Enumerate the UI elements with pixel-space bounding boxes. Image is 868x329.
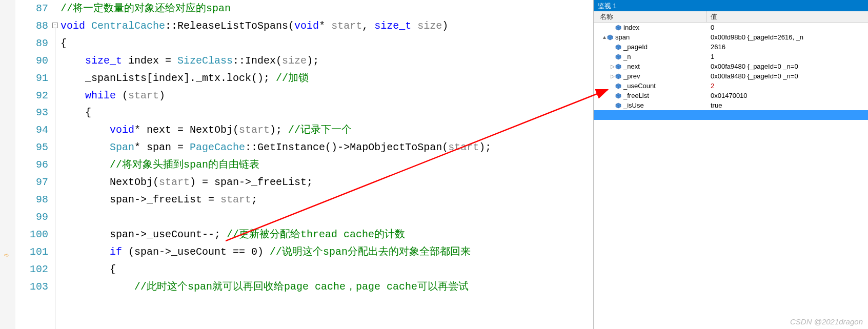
code-line[interactable]: Span* span = PageCache::GetInstance()->M… (60, 139, 593, 156)
code-token: //说明这个span分配出去的对象全部都回来 (270, 246, 471, 258)
watch-row[interactable]: _freeList0x01470010 (594, 91, 868, 100)
watch-var-name: _useCount (623, 82, 656, 90)
line-number: 87 (15, 0, 48, 17)
code-line[interactable]: //此时这个span就可以再回收给page cache，page cache可以… (60, 278, 593, 296)
code-token: SizeClass (177, 55, 233, 67)
watch-value-cell: 0x00fa9480 {_pageId=0 _n=0 (706, 72, 868, 80)
code-token (85, 20, 91, 32)
watch-var-name: _isUse (623, 101, 644, 109)
watch-value-cell: 0 (706, 24, 868, 31)
watch-name-cell[interactable]: ▷_prev (594, 71, 706, 81)
line-number: 103 (15, 278, 48, 296)
watch-window[interactable]: 监视 1 名称 值 index0▲span0x00fd98b0 {_pageId… (593, 0, 868, 329)
line-number: 96 (15, 156, 48, 174)
code-line[interactable]: { (60, 261, 593, 278)
watch-row[interactable]: ▷_next0x00fa9480 {_pageId=0 _n=0 (594, 61, 868, 71)
watch-name-cell[interactable]: _freeList (594, 91, 706, 100)
variable-icon (615, 25, 621, 31)
watch-name-cell[interactable]: _isUse (594, 100, 706, 110)
code-token: index = (122, 55, 177, 67)
watch-row[interactable]: index0 (594, 23, 868, 32)
watch-var-name: _next (623, 63, 640, 70)
watch-value-cell: true (706, 101, 868, 109)
code-line[interactable]: span->_useCount--; //更新被分配给thread cache的… (60, 226, 593, 243)
fold-toggle-icon[interactable]: - (52, 23, 58, 28)
watch-name-cell[interactable]: ▷_next (594, 61, 706, 71)
code-token: start (331, 20, 362, 32)
watch-name-cell[interactable]: _pageId (594, 42, 706, 52)
code-token: start (159, 176, 190, 188)
code-line[interactable]: NextObj(start) = span->_freeList; (60, 174, 593, 191)
expander-icon[interactable]: ▲ (602, 34, 607, 40)
code-line[interactable]: span->_freeList = start; (60, 191, 593, 209)
line-number: 101 (15, 243, 48, 261)
code-token: start (128, 90, 159, 101)
code-line[interactable]: _spanLists[index]._mtx.lock(); //加锁 (60, 70, 593, 87)
watch-name-cell[interactable]: ▲span (594, 32, 706, 42)
line-number: 89 (15, 35, 48, 52)
code-line[interactable]: { (60, 104, 593, 121)
line-number: 102 (15, 261, 48, 278)
watch-row[interactable]: _n1 (594, 52, 868, 61)
code-token: void (60, 20, 85, 32)
expander-icon[interactable]: ▷ (610, 73, 615, 79)
code-token (411, 20, 417, 32)
variable-icon (615, 102, 621, 109)
code-token: //加锁 (276, 72, 309, 84)
watch-var-name: index (623, 24, 639, 31)
code-token: void (294, 20, 319, 32)
variable-icon (615, 64, 621, 70)
watch-value-cell: 0x00fd98b0 {_pageId=2616, _n (706, 33, 868, 41)
line-number: 93 (15, 104, 48, 121)
code-token: void (110, 124, 134, 136)
watch-title: 监视 1 (594, 0, 868, 11)
code-token: * next = NextObj( (134, 124, 239, 136)
code-line[interactable]: void CentralCache::ReleaseListToSpans(vo… (60, 17, 593, 35)
watch-var-name: _prev (623, 72, 640, 80)
watch-row[interactable]: _useCount2 (594, 81, 868, 91)
code-line[interactable]: //将一定数量的对象还给对应的span (60, 0, 593, 17)
watch-row[interactable]: ▲span0x00fd98b0 {_pageId=2616, _n (594, 32, 868, 42)
watch-name-cell[interactable]: _useCount (594, 81, 706, 91)
variable-icon (615, 73, 621, 79)
watch-row-blank-selected[interactable] (594, 110, 868, 120)
watch-value-cell: 2616 (706, 43, 868, 51)
code-line[interactable]: //将对象头插到span的自由链表 (60, 156, 593, 174)
line-numbers: 87888990919293949596979899100101102103 (15, 0, 52, 329)
code-token: //将一定数量的对象还给对应的span (60, 3, 231, 14)
variable-icon (607, 34, 613, 40)
code-line[interactable]: while (start) (60, 87, 593, 105)
watch-row[interactable]: _isUsetrue (594, 100, 868, 110)
breakpoint-gutter[interactable]: ➪ (0, 0, 15, 329)
watch-row[interactable]: _pageId2616 (594, 42, 868, 52)
watch-header-name[interactable]: 名称 (594, 11, 706, 22)
watch-header-value[interactable]: 值 (706, 12, 868, 22)
code-line[interactable]: void* next = NextObj(start); //记录下一个 (60, 121, 593, 139)
code-token: //将对象头插到span的自由链表 (110, 159, 259, 171)
code-token: ) = span->_freeList; (190, 176, 313, 188)
code-line[interactable]: { (60, 35, 593, 52)
code-line[interactable]: size_t index = SizeClass::Index(size); (60, 52, 593, 70)
line-number: 90 (15, 52, 48, 70)
code-editor[interactable]: ➪ 87888990919293949596979899100101102103… (0, 0, 593, 329)
line-number: 92 (15, 87, 48, 105)
watch-name-cell[interactable]: _n (594, 52, 706, 61)
code-token: ); (479, 141, 491, 153)
code-line[interactable] (60, 209, 593, 226)
code-line[interactable]: if (span->_useCount == 0) //说明这个span分配出去… (60, 243, 593, 261)
code-text-area[interactable]: //将一定数量的对象还给对应的spanvoid CentralCache::Re… (59, 0, 593, 329)
watch-var-name: _pageId (623, 43, 648, 51)
expander-icon[interactable]: ▷ (610, 64, 615, 69)
watch-rows[interactable]: index0▲span0x00fd98b0 {_pageId=2616, _n_… (594, 23, 868, 329)
line-number: 94 (15, 121, 48, 139)
line-number: 88 (15, 17, 48, 35)
code-token (60, 159, 110, 171)
code-token (60, 281, 134, 293)
watermark: CSDN @2021dragon (790, 317, 863, 326)
fold-column[interactable]: - (52, 0, 59, 329)
code-token: ); (307, 55, 319, 67)
watch-row[interactable]: ▷_prev0x00fa9480 {_pageId=0 _n=0 (594, 71, 868, 81)
code-token: size_t (374, 20, 411, 32)
code-token: if (110, 246, 122, 258)
watch-name-cell[interactable]: index (594, 23, 706, 32)
